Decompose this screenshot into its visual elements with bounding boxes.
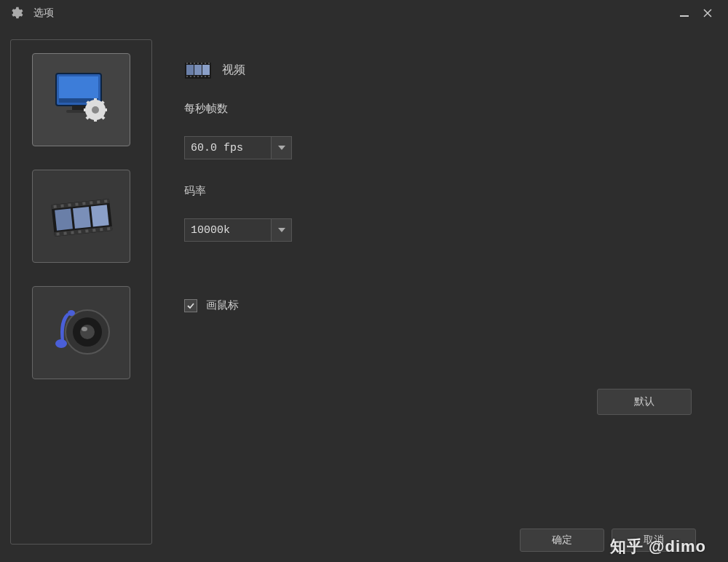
section-title: 视频 <box>222 63 245 78</box>
speaker-note-icon <box>45 298 118 367</box>
sidebar-item-audio[interactable] <box>32 286 130 379</box>
svg-rect-37 <box>92 229 95 231</box>
titlebar: 选项 <box>0 0 728 26</box>
svg-rect-63 <box>208 76 210 77</box>
svg-rect-34 <box>71 231 74 234</box>
bitrate-combo[interactable] <box>184 218 292 242</box>
svg-rect-58 <box>190 76 191 77</box>
cancel-button[interactable]: 取消 <box>612 529 696 552</box>
draw-mouse-checkbox[interactable] <box>184 299 197 312</box>
svg-rect-28 <box>82 202 85 205</box>
main-panel: 视频 每秒帧数 码率 画鼠标 默认 确定 取消 <box>152 39 718 562</box>
monitor-gear-icon <box>49 66 114 133</box>
svg-rect-38 <box>100 228 103 231</box>
svg-rect-61 <box>201 76 202 77</box>
svg-rect-49 <box>202 65 210 75</box>
svg-point-9 <box>92 106 99 114</box>
svg-rect-25 <box>60 204 63 207</box>
sidebar-item-video[interactable] <box>32 170 130 263</box>
close-button[interactable] <box>696 3 719 23</box>
gear-icon <box>9 6 23 20</box>
filmstrip-icon <box>45 186 118 247</box>
svg-rect-11 <box>94 117 97 122</box>
svg-rect-35 <box>78 230 81 233</box>
svg-point-42 <box>80 325 95 339</box>
sidebar-item-general[interactable] <box>32 53 130 146</box>
svg-rect-50 <box>186 63 188 64</box>
svg-rect-47 <box>186 65 194 75</box>
svg-rect-52 <box>194 63 195 64</box>
video-section-icon <box>184 58 212 82</box>
default-button[interactable]: 默认 <box>597 389 692 415</box>
ok-button[interactable]: 确定 <box>520 529 604 552</box>
svg-rect-13 <box>103 108 107 111</box>
svg-rect-55 <box>205 63 206 64</box>
minimize-button[interactable] <box>673 3 696 23</box>
svg-rect-60 <box>197 76 199 77</box>
svg-rect-56 <box>208 63 210 64</box>
svg-rect-36 <box>85 229 88 232</box>
svg-point-44 <box>55 339 67 348</box>
bitrate-label: 码率 <box>184 184 696 198</box>
svg-rect-12 <box>84 108 88 111</box>
sidebar <box>10 39 152 545</box>
svg-rect-24 <box>53 205 56 208</box>
fps-dropdown-button[interactable] <box>271 137 291 159</box>
window-title: 选项 <box>33 7 54 20</box>
svg-rect-10 <box>94 98 97 103</box>
svg-rect-27 <box>75 202 78 205</box>
svg-rect-29 <box>90 201 92 204</box>
svg-rect-30 <box>97 200 100 203</box>
svg-rect-21 <box>55 209 73 231</box>
svg-rect-48 <box>194 65 202 75</box>
svg-rect-22 <box>73 207 91 229</box>
svg-rect-62 <box>205 76 206 77</box>
draw-mouse-label: 画鼠标 <box>206 298 239 312</box>
bitrate-input[interactable] <box>185 219 271 241</box>
svg-rect-51 <box>190 63 191 64</box>
svg-rect-39 <box>107 227 110 230</box>
svg-rect-53 <box>197 63 199 64</box>
svg-rect-6 <box>72 106 85 110</box>
svg-rect-57 <box>186 76 188 77</box>
svg-rect-26 <box>68 203 71 206</box>
fps-label: 每秒帧数 <box>184 102 696 116</box>
svg-rect-31 <box>104 199 107 202</box>
svg-rect-54 <box>201 63 202 64</box>
svg-rect-59 <box>194 76 195 77</box>
svg-rect-32 <box>56 232 59 235</box>
fps-combo[interactable] <box>184 136 292 159</box>
bitrate-dropdown-button[interactable] <box>271 219 291 241</box>
svg-point-43 <box>82 327 87 331</box>
fps-input[interactable] <box>185 137 271 159</box>
svg-rect-23 <box>90 205 108 226</box>
svg-point-45 <box>68 310 75 316</box>
svg-rect-33 <box>63 231 66 234</box>
